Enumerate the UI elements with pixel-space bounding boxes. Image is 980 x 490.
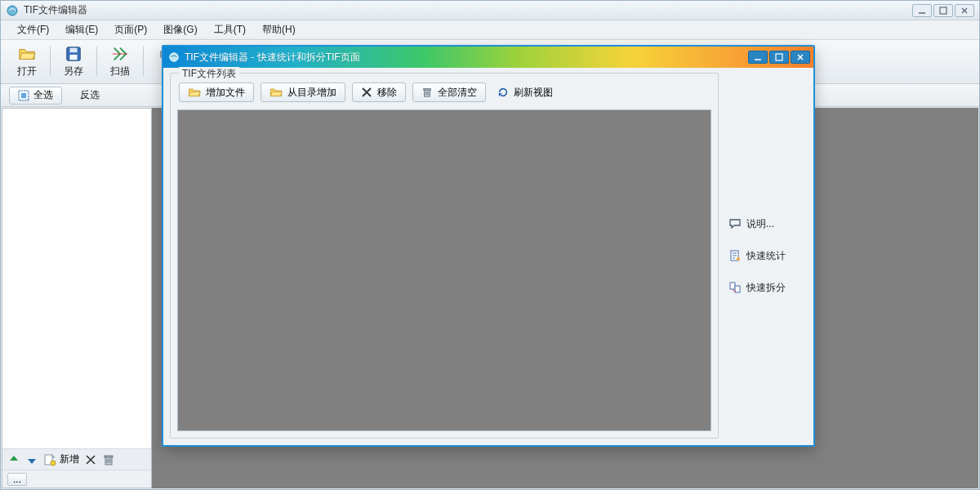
clear-all-label: 全部清空 (438, 86, 477, 100)
menubar: 文件(F) 编辑(E) 页面(P) 图像(G) 工具(T) 帮助(H) (1, 20, 979, 40)
add-file-button[interactable]: 增加文件 (179, 82, 254, 102)
scan-icon (111, 45, 129, 63)
ellipsis-button[interactable]: ... (7, 473, 27, 486)
quick-split-link[interactable]: 快速拆分 (728, 281, 804, 295)
groupbox-legend: TIF文件列表 (179, 67, 239, 81)
dialog-close-button[interactable] (791, 51, 810, 64)
dialog-title: TIF文件编辑器 - 快速统计和拆分TIF页面 (185, 51, 746, 65)
main-window: TIF文件编辑器 文件(F) 编辑(E) 页面(P) 图像(G) 工具(T) 帮… (0, 0, 980, 490)
refresh-label: 刷新视图 (514, 86, 553, 100)
folder-open-icon (188, 87, 201, 98)
toolbar-scan-label: 扫描 (110, 65, 130, 78)
quick-stat-label: 快速统计 (746, 249, 786, 263)
trash-icon (421, 87, 433, 98)
select-all-label: 全选 (33, 88, 53, 102)
menu-tools[interactable]: 工具(T) (206, 20, 254, 39)
quick-split-label: 快速拆分 (746, 281, 786, 295)
add-from-dir-button[interactable]: 从目录增加 (261, 82, 345, 102)
menu-page[interactable]: 页面(P) (106, 20, 155, 39)
toolbar-saveas[interactable]: 另存 (54, 42, 93, 82)
add-from-dir-label: 从目录增加 (287, 86, 336, 100)
remove-label: 移除 (377, 86, 397, 100)
refresh-view-button[interactable]: 刷新视图 (492, 86, 558, 100)
folder-open-icon (270, 87, 283, 98)
select-all-icon (18, 90, 29, 101)
new-page-button[interactable]: 新增 (43, 452, 79, 466)
speech-bubble-icon (728, 217, 742, 230)
select-all-button[interactable]: 全选 (9, 87, 62, 105)
ellipsis-label: ... (13, 474, 21, 485)
document-stat-icon (728, 249, 742, 262)
dialog-maximize-button[interactable] (769, 51, 789, 64)
svg-point-31 (737, 257, 740, 261)
svg-rect-4 (69, 48, 77, 52)
svg-rect-15 (105, 456, 113, 457)
main-titlebar: TIF文件编辑器 (1, 1, 979, 20)
svg-point-19 (170, 53, 179, 62)
dialog-titlebar[interactable]: TIF文件编辑器 - 快速统计和拆分TIF页面 (163, 47, 813, 68)
dialog-toolbar: 增加文件 从目录增加 移除 全部清空 (177, 80, 711, 105)
move-up-icon[interactable] (7, 453, 20, 466)
toolbar-saveas-label: 另存 (64, 65, 83, 78)
svg-rect-21 (776, 54, 782, 60)
toolbar-separator (143, 47, 144, 77)
page-list-area[interactable] (2, 109, 151, 448)
toolbar-scan[interactable]: 扫描 (100, 42, 140, 82)
move-down-icon[interactable] (25, 453, 38, 466)
menu-edit[interactable]: 编辑(E) (57, 20, 106, 39)
new-page-label: 新增 (60, 452, 79, 466)
toolbar-separator (50, 47, 51, 77)
save-icon (65, 45, 82, 63)
help-label: 说明... (746, 217, 774, 231)
refresh-icon (497, 87, 509, 98)
delete-icon[interactable] (84, 453, 97, 466)
dialog-body: TIF文件列表 增加文件 从目录增加 移除 (163, 68, 813, 445)
clear-all-button[interactable]: 全部清空 (412, 82, 486, 102)
toolbar-separator (96, 47, 97, 77)
folder-open-icon (18, 45, 36, 63)
quick-stat-link[interactable]: 快速统计 (728, 249, 804, 263)
remove-icon (361, 87, 372, 98)
close-button[interactable] (955, 4, 974, 17)
dialog-side-panel: 说明... 快速统计 快速拆分 (719, 73, 807, 439)
dialog-file-list[interactable] (177, 109, 711, 431)
menu-help[interactable]: 帮助(H) (254, 20, 304, 39)
svg-rect-5 (69, 55, 77, 60)
invert-selection-button[interactable]: 反选 (75, 88, 105, 102)
svg-rect-23 (424, 89, 431, 91)
main-window-title: TIF文件编辑器 (24, 3, 912, 17)
invert-selection-label: 反选 (80, 89, 100, 100)
toolbar-open[interactable]: 打开 (7, 42, 47, 82)
svg-rect-32 (730, 283, 735, 289)
maximize-button[interactable] (933, 4, 953, 17)
quick-stat-split-dialog: TIF文件编辑器 - 快速统计和拆分TIF页面 TIF文件列表 增加文件 从目录… (162, 45, 815, 447)
toolbar-open-label: 打开 (17, 65, 37, 78)
svg-rect-2 (940, 7, 947, 14)
dialog-minimize-button[interactable] (748, 51, 768, 64)
window-buttons (912, 4, 974, 17)
document-split-icon (728, 281, 742, 294)
page-list-panel: 新增 ... (2, 108, 152, 488)
file-list-groupbox: TIF文件列表 增加文件 从目录增加 移除 (170, 73, 719, 439)
remove-button[interactable]: 移除 (352, 82, 406, 102)
trash-icon[interactable] (102, 453, 115, 466)
page-list-toolbar: 新增 (2, 448, 151, 470)
svg-point-13 (51, 461, 56, 466)
page-list-statusrow: ... (2, 470, 151, 488)
help-link[interactable]: 说明... (728, 217, 804, 231)
new-page-icon (43, 453, 56, 466)
svg-rect-11 (21, 93, 26, 98)
app-icon (6, 4, 19, 17)
add-file-label: 增加文件 (206, 86, 245, 100)
dialog-app-icon (168, 51, 180, 63)
minimize-button[interactable] (912, 4, 932, 17)
menu-file[interactable]: 文件(F) (9, 20, 57, 39)
menu-image[interactable]: 图像(G) (155, 20, 205, 39)
svg-point-0 (7, 6, 17, 16)
